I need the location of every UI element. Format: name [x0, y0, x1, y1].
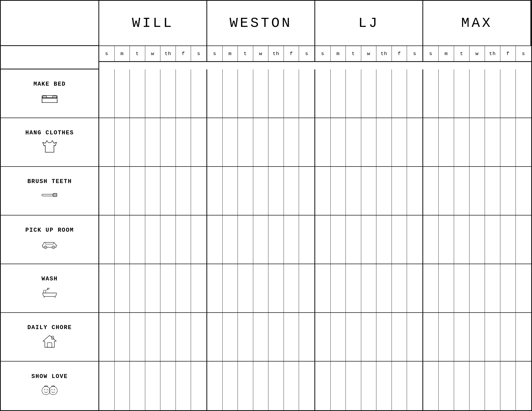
- task-hang-clothes-label: HANG CLOTHES: [1, 118, 99, 167]
- svg-point-30: [42, 387, 50, 395]
- daily-chore-weston: [207, 313, 315, 362]
- brush-teeth-lj: [315, 167, 423, 215]
- hang-clothes-will: [99, 118, 207, 167]
- svg-rect-28: [47, 343, 52, 347]
- wash-lj: [315, 264, 423, 313]
- will-day-s: s: [99, 46, 115, 61]
- will-days-header: s m t w th f s: [99, 46, 207, 62]
- pick-up-room-weston: [207, 215, 315, 264]
- svg-point-33: [44, 386, 45, 387]
- task-daily-chore-label: DAILY CHORE: [1, 313, 99, 362]
- header-empty: [1, 1, 99, 46]
- svg-point-16: [53, 247, 54, 248]
- toothbrush-icon: [41, 186, 58, 204]
- show-love-lj: [315, 362, 423, 410]
- svg-point-31: [44, 389, 45, 390]
- bath-icon: [41, 284, 58, 301]
- will-day-s2: s: [191, 46, 206, 61]
- wash-weston: [207, 264, 315, 313]
- wash-max: [423, 264, 531, 313]
- show-love-weston: [207, 362, 315, 410]
- header-max: MAX: [423, 1, 531, 46]
- car-icon: [41, 235, 58, 252]
- max-days-header: s m t w th f s: [423, 46, 531, 62]
- svg-rect-0: [42, 98, 57, 103]
- faces-icon: [41, 381, 58, 399]
- wash-will: [99, 264, 207, 313]
- make-bed-will: [99, 69, 207, 118]
- pick-up-room-lj: [315, 215, 423, 264]
- task-brush-teeth-label: BRUSH TEETH: [1, 167, 99, 215]
- task-pick-up-room-label: PICK UP ROOM: [1, 215, 99, 264]
- house-icon: [41, 333, 58, 350]
- make-bed-max: [423, 69, 531, 118]
- brush-teeth-will: [99, 167, 207, 215]
- svg-point-14: [45, 247, 46, 248]
- hang-clothes-weston: [207, 118, 315, 167]
- svg-point-39: [52, 386, 52, 387]
- pick-up-room-will: [99, 215, 207, 264]
- task-show-love-label: SHOW LOVE: [1, 362, 99, 410]
- svg-line-20: [55, 297, 55, 298]
- will-day-t: t: [130, 46, 145, 61]
- task-wash-label: WASH: [1, 264, 99, 313]
- svg-point-34: [46, 386, 46, 386]
- svg-point-38: [54, 389, 55, 390]
- svg-rect-21: [43, 290, 46, 293]
- svg-point-41: [54, 386, 55, 387]
- show-love-will: [99, 362, 207, 410]
- pick-up-room-max: [423, 215, 531, 264]
- lj-days-header: s m t w th f s: [315, 46, 423, 62]
- header-lj: LJ: [315, 1, 423, 46]
- svg-point-35: [47, 386, 47, 387]
- daily-chore-lj: [315, 313, 423, 362]
- brush-teeth-weston: [207, 167, 315, 215]
- svg-point-40: [53, 386, 53, 386]
- weston-days-header: s m t w th f s: [207, 46, 315, 62]
- hang-clothes-lj: [315, 118, 423, 167]
- shirt-icon: [41, 138, 58, 155]
- svg-point-36: [49, 387, 57, 395]
- daily-chore-will: [99, 313, 207, 362]
- task-make-bed-label: MAKE BED: [1, 69, 99, 118]
- show-love-max: [423, 362, 531, 410]
- will-day-f: f: [176, 46, 191, 61]
- chore-chart: WILL WESTON LJ MAX s m t w th f s s m t …: [0, 0, 532, 411]
- svg-point-37: [52, 389, 53, 390]
- make-bed-lj: [315, 69, 423, 118]
- daily-chore-max: [423, 313, 531, 362]
- header-weston: WESTON: [207, 1, 315, 46]
- svg-point-32: [47, 389, 48, 390]
- will-day-m: m: [115, 46, 130, 61]
- svg-line-19: [44, 297, 44, 298]
- header-will: WILL: [99, 1, 207, 46]
- hang-clothes-max: [423, 118, 531, 167]
- will-day-w: w: [145, 46, 161, 61]
- svg-rect-7: [42, 194, 53, 196]
- brush-teeth-max: [423, 167, 531, 215]
- make-bed-weston: [207, 69, 315, 118]
- will-day-th: th: [160, 46, 176, 61]
- days-label-empty: [1, 46, 99, 69]
- bed-icon: [41, 89, 58, 106]
